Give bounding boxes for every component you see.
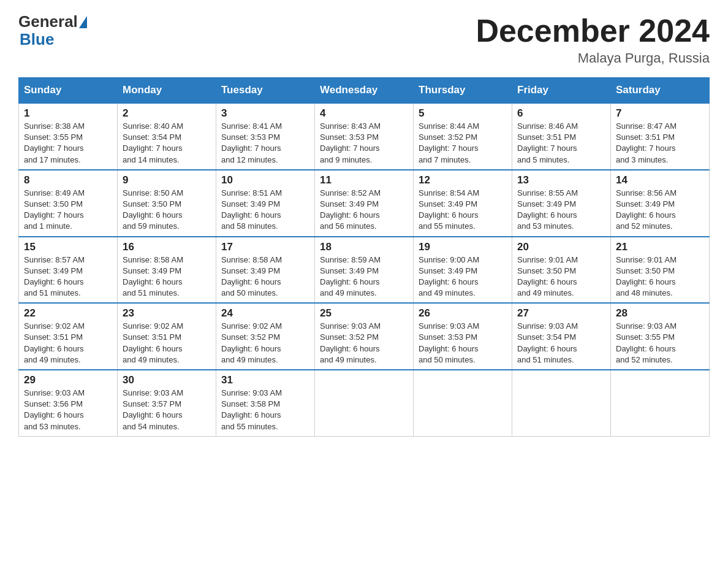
calendar-week-1: 1Sunrise: 8:38 AM Sunset: 3:55 PM Daylig… xyxy=(19,103,710,170)
calendar-cell: 26Sunrise: 9:03 AM Sunset: 3:53 PM Dayli… xyxy=(414,303,512,370)
day-info: Sunrise: 8:59 AM Sunset: 3:49 PM Dayligh… xyxy=(320,255,408,299)
day-info: Sunrise: 9:03 AM Sunset: 3:57 PM Dayligh… xyxy=(123,388,211,432)
logo-general-text: General xyxy=(18,12,78,31)
calendar-cell: 14Sunrise: 8:56 AM Sunset: 3:49 PM Dayli… xyxy=(611,170,710,237)
logo-blue-text: Blue xyxy=(20,30,54,48)
day-number: 16 xyxy=(123,241,211,253)
calendar-cell: 21Sunrise: 9:01 AM Sunset: 3:50 PM Dayli… xyxy=(611,237,710,304)
day-number: 18 xyxy=(320,241,408,253)
calendar-header: SundayMondayTuesdayWednesdayThursdayFrid… xyxy=(19,78,710,104)
calendar-cell: 23Sunrise: 9:02 AM Sunset: 3:51 PM Dayli… xyxy=(118,303,216,370)
calendar-body: 1Sunrise: 8:38 AM Sunset: 3:55 PM Daylig… xyxy=(19,103,710,436)
day-number: 12 xyxy=(419,174,507,186)
day-number: 25 xyxy=(320,307,408,320)
day-number: 23 xyxy=(123,307,211,320)
calendar-cell: 25Sunrise: 9:03 AM Sunset: 3:52 PM Dayli… xyxy=(315,303,414,370)
day-info: Sunrise: 8:49 AM Sunset: 3:50 PM Dayligh… xyxy=(24,188,112,232)
calendar-week-4: 22Sunrise: 9:02 AM Sunset: 3:51 PM Dayli… xyxy=(19,303,710,370)
day-info: Sunrise: 8:55 AM Sunset: 3:49 PM Dayligh… xyxy=(517,188,605,232)
calendar-cell: 18Sunrise: 8:59 AM Sunset: 3:49 PM Dayli… xyxy=(315,237,414,304)
calendar-cell: 20Sunrise: 9:01 AM Sunset: 3:50 PM Dayli… xyxy=(512,237,611,304)
day-info: Sunrise: 8:54 AM Sunset: 3:49 PM Dayligh… xyxy=(419,188,507,232)
day-info: Sunrise: 9:03 AM Sunset: 3:54 PM Dayligh… xyxy=(517,321,605,366)
day-number: 31 xyxy=(221,374,309,386)
calendar-cell: 24Sunrise: 9:02 AM Sunset: 3:52 PM Dayli… xyxy=(216,303,315,370)
day-number: 10 xyxy=(221,174,309,186)
day-info: Sunrise: 8:43 AM Sunset: 3:53 PM Dayligh… xyxy=(320,121,408,166)
column-header-sunday: Sunday xyxy=(19,78,118,104)
day-info: Sunrise: 9:02 AM Sunset: 3:52 PM Dayligh… xyxy=(221,321,309,366)
day-info: Sunrise: 9:01 AM Sunset: 3:50 PM Dayligh… xyxy=(616,255,704,299)
logo: General Blue xyxy=(18,12,88,49)
column-header-monday: Monday xyxy=(118,78,216,104)
month-title: December 2024 xyxy=(476,12,710,49)
page-header: General Blue December 2024 Malaya Purga,… xyxy=(18,12,710,66)
day-number: 29 xyxy=(24,374,112,386)
calendar-cell: 15Sunrise: 8:57 AM Sunset: 3:49 PM Dayli… xyxy=(19,237,118,304)
column-header-saturday: Saturday xyxy=(611,78,710,104)
calendar-cell: 11Sunrise: 8:52 AM Sunset: 3:49 PM Dayli… xyxy=(315,170,414,237)
calendar-cell: 5Sunrise: 8:44 AM Sunset: 3:52 PM Daylig… xyxy=(414,103,512,170)
day-number: 7 xyxy=(616,107,704,120)
calendar-cell: 30Sunrise: 9:03 AM Sunset: 3:57 PM Dayli… xyxy=(118,370,216,436)
column-header-friday: Friday xyxy=(512,78,611,104)
day-number: 6 xyxy=(517,107,605,120)
day-info: Sunrise: 9:03 AM Sunset: 3:52 PM Dayligh… xyxy=(320,321,408,366)
calendar-cell: 31Sunrise: 9:03 AM Sunset: 3:58 PM Dayli… xyxy=(216,370,315,436)
day-info: Sunrise: 8:52 AM Sunset: 3:49 PM Dayligh… xyxy=(320,188,408,232)
calendar-cell: 16Sunrise: 8:58 AM Sunset: 3:49 PM Dayli… xyxy=(118,237,216,304)
day-info: Sunrise: 8:51 AM Sunset: 3:49 PM Dayligh… xyxy=(221,188,309,232)
day-number: 15 xyxy=(24,241,112,253)
calendar-cell: 3Sunrise: 8:41 AM Sunset: 3:53 PM Daylig… xyxy=(216,103,315,170)
day-number: 24 xyxy=(221,307,309,320)
day-number: 1 xyxy=(24,107,112,120)
location-subtitle: Malaya Purga, Russia xyxy=(476,50,710,66)
day-info: Sunrise: 8:44 AM Sunset: 3:52 PM Dayligh… xyxy=(419,121,507,166)
day-info: Sunrise: 8:46 AM Sunset: 3:51 PM Dayligh… xyxy=(517,121,605,166)
calendar-cell: 4Sunrise: 8:43 AM Sunset: 3:53 PM Daylig… xyxy=(315,103,414,170)
day-number: 13 xyxy=(517,174,605,186)
day-number: 9 xyxy=(123,174,211,186)
day-number: 20 xyxy=(517,241,605,253)
day-number: 5 xyxy=(419,107,507,120)
day-info: Sunrise: 8:57 AM Sunset: 3:49 PM Dayligh… xyxy=(24,255,112,299)
calendar-cell xyxy=(315,370,414,436)
day-info: Sunrise: 8:40 AM Sunset: 3:54 PM Dayligh… xyxy=(123,121,211,166)
day-info: Sunrise: 9:02 AM Sunset: 3:51 PM Dayligh… xyxy=(123,321,211,366)
calendar-cell: 9Sunrise: 8:50 AM Sunset: 3:50 PM Daylig… xyxy=(118,170,216,237)
column-header-wednesday: Wednesday xyxy=(315,78,414,104)
day-number: 2 xyxy=(123,107,211,120)
day-info: Sunrise: 8:58 AM Sunset: 3:49 PM Dayligh… xyxy=(123,255,211,299)
day-info: Sunrise: 9:03 AM Sunset: 3:58 PM Dayligh… xyxy=(221,388,309,432)
calendar-week-5: 29Sunrise: 9:03 AM Sunset: 3:56 PM Dayli… xyxy=(19,370,710,436)
calendar-cell: 6Sunrise: 8:46 AM Sunset: 3:51 PM Daylig… xyxy=(512,103,611,170)
title-section: December 2024 Malaya Purga, Russia xyxy=(476,12,710,66)
calendar-cell: 1Sunrise: 8:38 AM Sunset: 3:55 PM Daylig… xyxy=(19,103,118,170)
calendar-cell: 8Sunrise: 8:49 AM Sunset: 3:50 PM Daylig… xyxy=(19,170,118,237)
day-info: Sunrise: 8:50 AM Sunset: 3:50 PM Dayligh… xyxy=(123,188,211,232)
day-number: 19 xyxy=(419,241,507,253)
calendar-cell: 27Sunrise: 9:03 AM Sunset: 3:54 PM Dayli… xyxy=(512,303,611,370)
day-info: Sunrise: 9:03 AM Sunset: 3:53 PM Dayligh… xyxy=(419,321,507,366)
calendar-cell: 29Sunrise: 9:03 AM Sunset: 3:56 PM Dayli… xyxy=(19,370,118,436)
calendar-week-2: 8Sunrise: 8:49 AM Sunset: 3:50 PM Daylig… xyxy=(19,170,710,237)
calendar-cell: 2Sunrise: 8:40 AM Sunset: 3:54 PM Daylig… xyxy=(118,103,216,170)
day-info: Sunrise: 8:58 AM Sunset: 3:49 PM Dayligh… xyxy=(221,255,309,299)
day-number: 11 xyxy=(320,174,408,186)
day-info: Sunrise: 9:02 AM Sunset: 3:51 PM Dayligh… xyxy=(24,321,112,366)
day-info: Sunrise: 9:03 AM Sunset: 3:55 PM Dayligh… xyxy=(616,321,704,366)
day-info: Sunrise: 9:01 AM Sunset: 3:50 PM Dayligh… xyxy=(517,255,605,299)
calendar-table: SundayMondayTuesdayWednesdayThursdayFrid… xyxy=(18,77,710,437)
day-number: 27 xyxy=(517,307,605,320)
logo-triangle-icon xyxy=(79,16,87,28)
day-number: 3 xyxy=(221,107,309,120)
calendar-cell xyxy=(611,370,710,436)
day-info: Sunrise: 8:41 AM Sunset: 3:53 PM Dayligh… xyxy=(221,121,309,166)
calendar-cell xyxy=(512,370,611,436)
day-number: 22 xyxy=(24,307,112,320)
day-number: 30 xyxy=(123,374,211,386)
calendar-cell: 22Sunrise: 9:02 AM Sunset: 3:51 PM Dayli… xyxy=(19,303,118,370)
day-number: 21 xyxy=(616,241,704,253)
day-number: 17 xyxy=(221,241,309,253)
day-number: 8 xyxy=(24,174,112,186)
